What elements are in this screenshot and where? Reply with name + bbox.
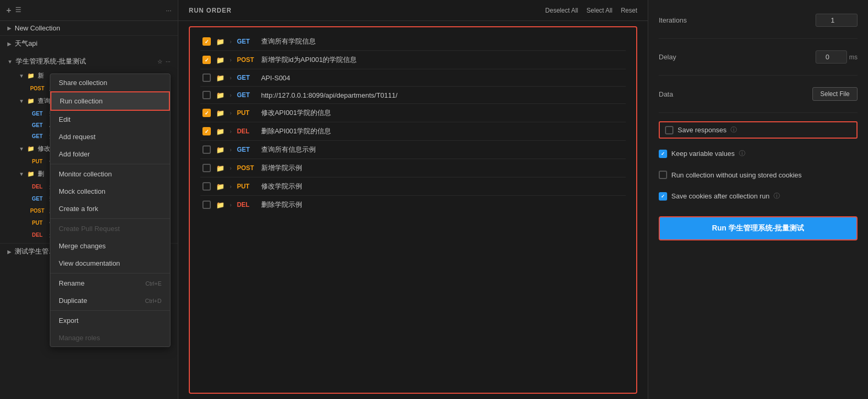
method-put-badge1: PUT [28,159,46,164]
run-item-arrow-icon: › [230,146,232,153]
run-item-checkbox[interactable] [202,201,211,209]
chevron-icon2: ▼ [19,98,24,104]
menu-item-create-a-fork[interactable]: Create a fork [50,200,170,217]
select-all-button[interactable]: Select All [586,7,612,14]
reset-button[interactable]: Reset [621,7,637,14]
menu-item-monitor-collection[interactable]: Monitor collection [50,165,170,183]
method-post-badge: POST [28,86,46,91]
iterations-row: Iterations [659,10,858,30]
run-item-folder-icon: 📁 [216,74,224,82]
star-icon[interactable]: ☆ [157,58,163,65]
run-item-name: 查询所有学院信息 [261,37,624,46]
shortcut-label: Ctrl+E [145,280,162,287]
save-cookies-label: Save cookies after collection run [671,192,769,200]
run-item-checkbox[interactable] [202,91,211,99]
menu-item-run-collection[interactable]: Run collection [50,91,170,111]
menu-icon[interactable]: ☰ [15,6,22,15]
run-item-checkbox[interactable] [202,56,211,64]
method-post-badge2: POST [28,208,46,214]
chevron-icon3: ▼ [19,146,24,152]
run-item-method-badge: GET [237,38,256,45]
run-item-folder-icon: 📁 [216,91,224,99]
run-item-folder-icon: 📁 [216,146,224,154]
folder-icon2: 📁 [27,98,35,104]
delay-input[interactable] [816,50,847,64]
ms-label: ms [849,54,858,61]
iterations-input[interactable] [816,14,858,27]
keep-variable-checkbox[interactable] [659,150,667,158]
menu-item-add-folder[interactable]: Add folder [50,145,170,163]
save-responses-checkbox[interactable] [665,126,673,134]
run-item-checkbox[interactable] [202,182,211,191]
folder-modify-label: 修改 [38,144,50,153]
run-without-cookies-checkbox[interactable] [659,171,667,179]
run-order-panel: RUN ORDER Deselect All Select All Reset … [178,0,648,399]
run-item: 📁 › DEL 删除API001学院的信息 [200,122,626,141]
select-file-button[interactable]: Select File [812,87,858,101]
menu-item-mock-collection[interactable]: Mock collection [50,183,170,200]
folder-xin-label: 新 [38,71,44,80]
run-item-name: 修改API001学院的信息 [261,108,624,118]
data-label: Data [659,90,673,98]
menu-item-edit[interactable]: Edit [50,111,170,128]
sidebar-item-new-collection[interactable]: ▶ New Collection [0,21,178,36]
run-item-checkbox[interactable] [202,164,211,172]
menu-item-label: Monitor collection [59,170,112,178]
run-item: 📁 › GET 查询所有信息示例 [200,141,626,159]
sidebar-item-tianqi[interactable]: ▶ 天气api [0,36,178,51]
run-item-arrow-icon: › [230,110,232,116]
run-item-checkbox[interactable] [202,145,211,154]
run-item-method-badge: DEL [237,128,256,135]
run-item-name: API-S004 [261,74,624,82]
run-item: 📁 › POST 新增学院示例 [200,159,626,177]
run-item-folder-icon: 📁 [216,164,224,172]
run-item-name: http://127.0.0.1:8099/api/departments/T0… [261,91,624,99]
save-cookies-checkbox[interactable] [659,192,667,201]
menu-item-merge-changes[interactable]: Merge changes [50,237,170,255]
run-item-checkbox[interactable] [202,37,211,46]
run-order-list: 📁 › GET 查询所有学院信息 📁 › POST 新增学院id为API001的… [189,26,637,394]
menu-item-share-collection[interactable]: Share collection [50,74,170,91]
chevron-right-icon: ▶ [7,25,12,31]
chevron-right-icon2: ▶ [7,41,12,47]
chevron-icon: ▼ [19,73,24,79]
more-options-icon[interactable]: ··· [166,6,172,14]
save-responses-info-icon: ⓘ [731,125,737,134]
method-put-badge2: PUT [28,220,46,226]
main-content: RUN ORDER Deselect All Select All Reset … [178,0,868,399]
run-item-checkbox[interactable] [202,74,211,82]
menu-item-rename[interactable]: RenameCtrl+E [50,275,170,292]
chevron-down-icon: ▼ [7,59,13,65]
menu-item-add-request[interactable]: Add request [50,128,170,145]
run-item-folder-icon: 📁 [216,56,224,64]
run-item-method-badge: PUT [237,183,256,190]
sidebar-collection-header[interactable]: ▼ 学生管理系统-批量测试 ☆ ··· [0,54,178,69]
run-item-checkbox[interactable] [202,109,211,117]
run-button[interactable]: Run 学生管理系统-批量测试 [659,216,858,240]
run-without-cookies-row: Run collection without using stored cook… [659,169,858,181]
run-item-arrow-icon: › [230,128,232,134]
method-del-badge2: DEL [28,232,46,238]
iterations-label: Iterations [659,16,687,24]
delay-label: Delay [659,53,676,61]
shortcut-label: Ctrl+D [145,298,162,304]
run-item-folder-icon: 📁 [216,109,224,117]
run-item-checkbox[interactable] [202,127,211,135]
deselect-all-button[interactable]: Deselect All [545,7,578,14]
menu-item-export[interactable]: Export [50,312,170,329]
menu-item-create-pull-request: Create Pull Request [50,220,170,237]
more-icon[interactable]: ··· [166,58,170,65]
run-item-method-badge: PUT [237,109,256,117]
collection-title-label: 学生管理系统-批量测试 [16,57,86,66]
method-get-badge4: GET [28,196,46,202]
run-item-arrow-icon: › [230,38,232,45]
chevron-right-icon3: ▶ [7,249,12,255]
menu-item-label: Duplicate [59,297,87,304]
run-item-folder-icon: 📁 [216,38,224,46]
run-item-name: 修改学院示例 [261,182,624,191]
add-icon[interactable]: + [6,6,11,15]
menu-item-duplicate[interactable]: DuplicateCtrl+D [50,292,170,309]
run-item-method-badge: DEL [237,201,256,208]
run-order-header: RUN ORDER Deselect All Select All Reset [178,0,648,21]
menu-item-view-documentation[interactable]: View documentation [50,255,170,272]
